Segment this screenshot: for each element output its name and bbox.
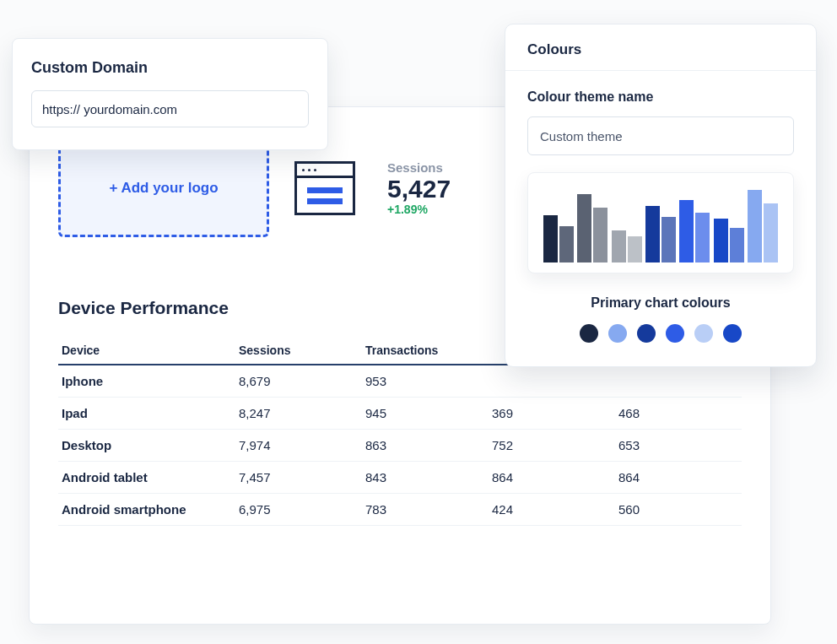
sessions-metric: Sessions 5,427 +1.89%: [387, 160, 451, 216]
primary-colours-label: Primary chart colours: [527, 295, 794, 311]
th-transactions: Transactions: [362, 337, 489, 365]
cell-transactions: 843: [362, 462, 489, 494]
add-logo-dropzone[interactable]: + Add your logo: [58, 139, 269, 237]
primary-colour-swatches: [527, 324, 794, 343]
cell-transactions: 863: [362, 430, 489, 462]
cell-sessions: 8,679: [235, 365, 362, 398]
cell-sessions: 8,247: [235, 398, 362, 430]
th-device: Device: [58, 337, 235, 365]
table-row: Android smartphone 6,975 783 424 560: [58, 494, 742, 526]
add-logo-label: + Add your logo: [109, 180, 218, 197]
cell-c4: [489, 365, 615, 398]
colour-swatch[interactable]: [666, 324, 684, 343]
cell-c5: [615, 365, 742, 398]
bar-series-a: [679, 200, 694, 262]
bar-pair: [612, 230, 642, 262]
cell-c5: 560: [615, 494, 742, 526]
colour-swatch[interactable]: [608, 324, 627, 343]
theme-name-label: Colour theme name: [527, 89, 794, 105]
bar-series-b: [662, 217, 676, 262]
bar-pair: [748, 190, 778, 262]
cell-device: Ipad: [58, 398, 235, 430]
cell-transactions: 945: [362, 398, 489, 430]
cell-transactions: 783: [362, 494, 489, 526]
table-row: Desktop 7,974 863 752 653: [58, 430, 742, 462]
bar-series-a: [577, 194, 591, 262]
cell-sessions: 7,457: [235, 462, 362, 494]
custom-domain-title: Custom Domain: [31, 59, 309, 77]
custom-domain-card: Custom Domain: [12, 38, 328, 150]
colours-body: Colour theme name Primary chart colours: [505, 71, 816, 366]
bar-chart: [543, 187, 778, 262]
cell-c5: 468: [615, 398, 742, 430]
cell-transactions: 953: [362, 365, 489, 398]
colour-swatch[interactable]: [580, 324, 598, 343]
bar-series-a: [543, 215, 558, 262]
th-sessions: Sessions: [235, 337, 362, 365]
table-row: Android tablet 7,457 843 864 864: [58, 462, 742, 494]
colour-swatch[interactable]: [637, 324, 656, 343]
bar-series-a: [645, 206, 660, 263]
cell-c5: 864: [615, 462, 742, 494]
browser-icon: [294, 161, 355, 215]
custom-domain-input[interactable]: [31, 90, 309, 127]
cell-device: Android smartphone: [58, 494, 235, 526]
cell-c4: 864: [489, 462, 615, 494]
theme-preview-chart: [527, 172, 794, 273]
table-row: Ipad 8,247 945 369 468: [58, 398, 742, 430]
colours-heading: Colours: [505, 24, 816, 71]
bar-pair: [714, 219, 744, 262]
cell-sessions: 7,974: [235, 430, 362, 462]
cell-device: Android tablet: [58, 462, 235, 494]
theme-name-input[interactable]: [527, 116, 794, 155]
bar-series-a: [748, 190, 762, 262]
cell-device: Iphone: [58, 365, 235, 398]
cell-c4: 369: [489, 398, 615, 430]
table-row: Iphone 8,679 953: [58, 365, 742, 398]
bar-series-b: [593, 208, 608, 262]
bar-series-b: [764, 203, 778, 262]
cell-sessions: 6,975: [235, 494, 362, 526]
bar-series-b: [695, 213, 710, 262]
bar-pair: [577, 194, 608, 262]
sessions-delta: +1.89%: [387, 203, 451, 216]
cell-c5: 653: [615, 430, 742, 462]
colour-swatch[interactable]: [723, 324, 742, 343]
bar-series-b: [559, 226, 574, 262]
sessions-value: 5,427: [387, 175, 451, 203]
bar-series-b: [628, 236, 642, 262]
bar-pair: [679, 200, 710, 262]
cell-c4: 424: [489, 494, 615, 526]
bar-series-a: [612, 230, 626, 262]
bar-pair: [645, 206, 676, 263]
colours-card: Colours Colour theme name Primary chart …: [505, 24, 817, 367]
cell-device: Desktop: [58, 430, 235, 462]
sessions-label: Sessions: [387, 160, 451, 175]
bar-pair: [543, 215, 574, 262]
colour-swatch[interactable]: [694, 324, 713, 343]
bar-series-b: [730, 228, 744, 262]
cell-c4: 752: [489, 430, 615, 462]
bar-series-a: [714, 219, 728, 262]
